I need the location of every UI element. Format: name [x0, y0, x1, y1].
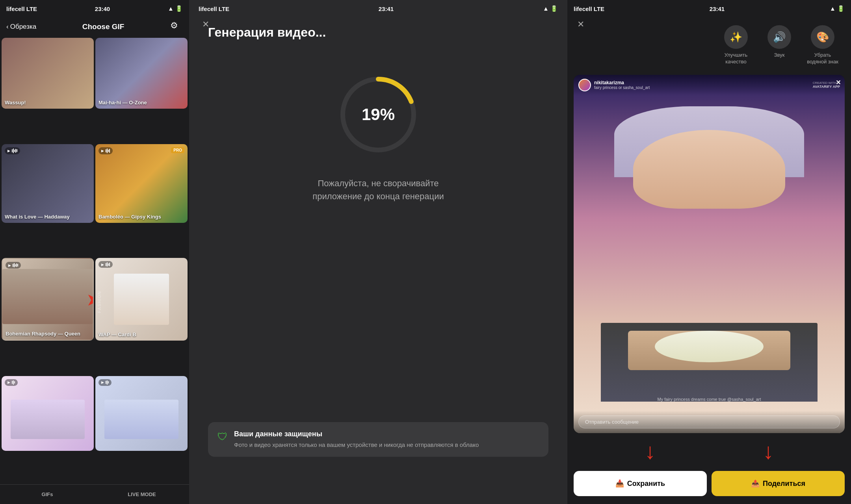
time-2: 23:41: [379, 6, 394, 12]
enhance-label: Улучшить качество: [720, 52, 752, 65]
play-icon-3: ▶: [8, 263, 11, 267]
back-button[interactable]: ‹ Обрезка: [6, 23, 36, 31]
panel-save-share: lifecell LTE 23:41 ▲ 🔋 ✕ ✨ Улучшить каче…: [567, 0, 851, 504]
protection-text: Ваши данные защищены Фото и видео хранят…: [234, 430, 479, 449]
panel-generation: lifecell LTE 23:41 ▲ 🔋 ✕ Генерация видео…: [189, 0, 567, 504]
video-frame: nikitakarizma fairy princess or sasha_so…: [574, 75, 845, 433]
panel-choose-gif: lifecell LTE 23:40 ▲ 🔋 ‹ Обрезка Choose …: [0, 0, 189, 504]
status-bar-2: lifecell LTE 23:41 ▲ 🔋: [189, 0, 567, 17]
watermark-icon-circle: 🎨: [811, 25, 834, 49]
pro-badge: PRO: [171, 147, 184, 153]
status-bar-3: lifecell LTE 23:41 ▲ 🔋: [567, 0, 851, 17]
play-icon-5: ▶: [7, 380, 10, 384]
play-indicator-bamboleo: ▶: [98, 147, 113, 154]
time-1: 23:40: [95, 6, 110, 12]
watermark-label: Убрать водяной знак: [807, 52, 838, 65]
play-icon-2: ▶: [101, 149, 104, 153]
save-icon: 📥: [615, 479, 624, 488]
save-label: Сохранить: [627, 480, 665, 488]
gif-grid: Wassup! Mai-ha-hi — O-Zone ▶ What is Lov…: [0, 38, 189, 484]
play-indicator-gifs: ▶: [5, 379, 18, 386]
play-indicator-whatislove: ▶: [5, 147, 20, 154]
wave-icon-6: [106, 380, 109, 385]
play-indicator-bohemian: ▶: [6, 262, 21, 269]
data-protection-box: 🛡 Ваши данные защищены Фото и видео хран…: [208, 422, 548, 457]
video-close-icon[interactable]: ✕: [836, 79, 841, 86]
share-button[interactable]: 📤 Поделиться: [712, 471, 845, 496]
time-3: 23:41: [710, 6, 725, 12]
video-overlay-top: nikitakarizma fairy princess or sasha_so…: [574, 75, 845, 95]
video-caption: My fairy princess dreams come true @sash…: [578, 397, 840, 402]
shield-icon: 🛡: [217, 431, 228, 443]
choose-gif-title: Choose GIF: [82, 22, 124, 31]
gif-item-bamboleo[interactable]: ▶ PRO Bamboléo — Gipsy Kings: [95, 144, 188, 223]
share-label: Поделиться: [763, 480, 805, 488]
video-user-info: nikitakarizma fairy princess or sasha_so…: [578, 79, 650, 91]
gif-label-bohemian: Bohemian Rhapsody — Queen: [6, 331, 80, 337]
watermark-icon: 🎨: [816, 31, 829, 43]
right-arrow-icon: ↓: [763, 440, 774, 462]
generation-subtitle: Пожалуйста, не сворачивайте приложение д…: [312, 177, 444, 203]
generation-title: Генерация видео...: [189, 17, 567, 40]
arrows-container: ↓ ↓: [567, 436, 851, 466]
fashion-watermark: FASHION: [97, 291, 102, 313]
sound-icon: 🔊: [773, 31, 786, 43]
protection-description: Фото и видео хранятся только на вашем ус…: [234, 441, 479, 449]
sound-icon-circle: 🔊: [767, 25, 791, 49]
wave-icon-3: [13, 263, 18, 267]
settings-gear-icon[interactable]: ⚙: [170, 20, 183, 33]
send-message-input[interactable]: Отправить сообщение: [578, 415, 840, 428]
remove-watermark-button[interactable]: 🎨 Убрать водяной знак: [807, 25, 838, 65]
created-with-text: CREATED WITH: [813, 81, 836, 85]
progress-container: 19%: [335, 71, 422, 158]
close-button-gen[interactable]: ✕: [199, 17, 213, 32]
play-indicator-livemode: ▶: [98, 379, 111, 386]
gif-label-wassup: Wassup!: [5, 100, 26, 106]
gif-item-livemode[interactable]: ▶: [95, 376, 188, 451]
left-arrow-icon: ↓: [645, 440, 656, 462]
gif-item-wassup[interactable]: Wassup!: [2, 38, 94, 109]
gif-item-maihahi[interactable]: Mai-ha-hi — O-Zone: [95, 38, 188, 109]
bottom-buttons: 📥 Сохранить 📤 Поделиться: [567, 466, 851, 504]
user-avatar: [578, 79, 591, 91]
carrier-1: lifecell LTE: [6, 6, 37, 12]
bottom-tabs: GIFs LIVE MODE: [0, 484, 189, 504]
video-subtitle: fairy princess or sasha_soul_art: [594, 85, 650, 90]
gif-label-maihahi: Mai-ha-hi — O-Zone: [98, 100, 147, 106]
play-icon: ▶: [7, 149, 10, 153]
back-chevron-icon: ‹: [6, 23, 9, 31]
video-username: nikitakarizma: [594, 80, 650, 85]
progress-text: 19%: [362, 105, 395, 124]
gif-label-whatislove: What is Love — Haddaway: [5, 214, 70, 220]
battery-icons-1: ▲ 🔋: [168, 5, 183, 12]
back-label: Обрезка: [10, 23, 37, 31]
sound-button[interactable]: 🔊 Звук: [767, 25, 791, 65]
gif-item-wap[interactable]: ▶ FASHION WAP — Cardi B: [95, 258, 188, 341]
protection-title: Ваши данные защищены: [234, 430, 479, 438]
close-button-share[interactable]: ✕: [574, 17, 588, 32]
share-icon: 📤: [751, 479, 760, 488]
wave-icon: [12, 148, 17, 153]
enhance-icon-circle: ✨: [724, 25, 748, 49]
gif-item-whatislove[interactable]: ▶ What is Love — Haddaway: [2, 144, 94, 223]
wave-icon-5: [12, 380, 15, 385]
status-bar-1: lifecell LTE 23:40 ▲ 🔋: [0, 0, 189, 17]
video-preview: nikitakarizma fairy princess or sasha_so…: [574, 75, 845, 433]
gif-item-bohemian[interactable]: ▶ Bohemian Rhapsody — Queen ➤: [2, 258, 94, 341]
top-actions: ✨ Улучшить качество 🔊 Звук 🎨 Убрать водя…: [567, 17, 851, 72]
sound-label: Звук: [774, 52, 785, 59]
carrier-2: lifecell LTE: [199, 6, 229, 12]
gif-item-gifs[interactable]: ▶: [2, 376, 94, 451]
play-icon-6: ▶: [101, 380, 104, 384]
tab-gifs[interactable]: GIFs: [0, 485, 95, 504]
carrier-3: lifecell LTE: [574, 6, 604, 12]
play-icon-4: ▶: [101, 263, 104, 267]
enhance-quality-button[interactable]: ✨ Улучшить качество: [720, 25, 752, 65]
wave-icon-2: [106, 148, 110, 153]
gif-label-bamboleo: Bamboléo — Gipsy Kings: [98, 214, 161, 220]
wave-icon-4: [106, 262, 110, 267]
save-button[interactable]: 📥 Сохранить: [574, 471, 707, 496]
gif-label-wap: WAP — Cardi B: [98, 332, 136, 337]
tab-livemode[interactable]: LIVE MODE: [95, 485, 189, 504]
battery-3: ▲ 🔋: [830, 5, 845, 12]
